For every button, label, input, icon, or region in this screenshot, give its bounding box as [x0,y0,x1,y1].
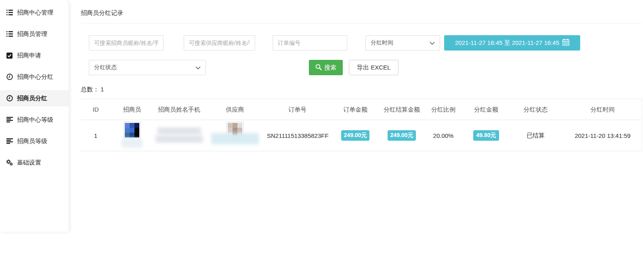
filter-row-1: 分红时间 2021-11-27 16:45 至 2021-11-27 16:45 [81,35,642,51]
cell-merchant-name-phone [153,120,205,151]
cell-time: 2021-11-20 13:41:59 [563,120,642,151]
date-range-button[interactable]: 2021-11-27 16:45 至 2021-11-27 16:45 [444,35,580,51]
filter-row-2: 分红状态 搜索 导出 EXCEL [81,60,642,75]
align-left-icon [6,116,13,123]
col-header-ratio: 分红比例 [422,99,464,120]
col-header-settle-amount: 分红结算金额 [381,99,422,120]
sidebar-item-staff-level[interactable]: 招商员等级 [0,133,69,149]
total-count-value: 1 [101,86,104,93]
time-type-select[interactable]: 分红时间 [365,35,440,51]
gears-icon [6,159,13,166]
sidebar-item-center-level[interactable]: 招商中心等级 [0,112,69,128]
export-excel-button[interactable]: 导出 EXCEL [349,60,399,75]
dividend-table: ID 招商员 招商员姓名手机 供应商 订单号 订单金额 分红结算金额 分红比例 … [81,99,642,151]
cell-status: 已结算 [508,120,563,151]
sidebar: 招商中心管理 招商员管理 招商申请 招商中心分红 招商员分红 招商中心等级 [0,0,69,232]
sidebar-item-label: 招商申请 [17,52,41,59]
sidebar-item-merchant-apply[interactable]: 招商申请 [0,47,69,63]
col-header-supplier: 供应商 [205,99,265,120]
page-title: 招商员分红记录 [81,0,642,23]
col-header-merchant: 招商员 [111,99,153,120]
merchant-search-input[interactable] [89,35,164,51]
sidebar-item-label: 招商员分红 [17,95,47,102]
list-icon [6,9,13,16]
time-type-select-value: 分红时间 [371,39,393,47]
clock-icon [6,74,13,80]
total-count: 总数：1 [81,86,642,93]
sidebar-item-merchant-center-mgmt[interactable]: 招商中心管理 [0,4,69,21]
col-header-status: 分红状态 [508,99,563,120]
merchant-avatar[interactable] [124,122,141,139]
sidebar-item-label: 招商中心管理 [17,9,53,17]
settle-amount-badge: 249.00元 [388,130,416,141]
dividend-status-select[interactable]: 分红状态 [89,60,206,75]
check-square-icon [6,52,13,59]
dividend-amount-badge: 49.80元 [473,130,499,141]
cell-ratio: 20.00% [422,120,464,151]
sidebar-item-basic-settings[interactable]: 基础设置 [0,154,69,171]
list-icon [6,31,13,38]
col-header-merchant-name-phone: 招商员姓名手机 [153,99,205,120]
order-no-input[interactable] [273,35,347,51]
sidebar-item-merchant-staff-mgmt[interactable]: 招商员管理 [0,26,69,42]
sidebar-item-staff-dividend[interactable]: 招商员分红 [0,90,69,106]
col-header-order-no: 订单号 [265,99,329,120]
redacted-merchant-nickname [122,139,143,148]
chevron-down-icon [430,40,435,46]
redacted-supplier-name [211,133,259,144]
total-count-label: 总数： [81,86,99,93]
search-button-label: 搜索 [324,64,336,72]
cell-order-no: SN21111513385823FF [265,120,329,151]
cell-merchant [111,120,153,151]
supplier-search-input[interactable] [184,35,255,51]
clock-icon [6,95,13,102]
cell-dividend-amount: 49.80元 [464,120,508,151]
main-content: 招商员分红记录 分红时间 2021-11-27 16:45 至 2021-11-… [81,0,642,151]
align-left-icon [6,138,13,145]
col-header-time: 分红时间 [563,99,642,120]
sidebar-item-label: 招商员管理 [17,30,47,38]
redacted-name-phone [157,127,201,135]
redacted-name-phone [155,135,203,143]
sidebar-item-label: 基础设置 [17,159,41,167]
col-header-dividend-amount: 分红金额 [464,99,508,120]
cell-supplier [205,120,265,151]
cell-order-amount: 249.00元 [329,120,381,151]
search-icon [315,64,322,72]
order-amount-badge: 249.00元 [341,130,370,141]
date-range-label: 2021-11-27 16:45 至 2021-11-27 16:45 [455,39,559,47]
search-button[interactable]: 搜索 [309,60,343,75]
cell-id: 1 [81,120,111,151]
table-header-row: ID 招商员 招商员姓名手机 供应商 订单号 订单金额 分红结算金额 分红比例 … [81,99,642,120]
sidebar-item-label: 招商员等级 [17,137,47,145]
sidebar-item-label: 招商中心分红 [17,73,53,81]
sidebar-item-label: 招商中心等级 [17,116,53,124]
filter-area: 分红时间 2021-11-27 16:45 至 2021-11-27 16:45… [81,23,642,75]
calendar-icon [562,39,569,47]
dividend-status-select-value: 分红状态 [94,64,117,71]
col-header-order-amount: 订单金额 [329,99,381,120]
cell-settle-amount: 249.00元 [381,120,422,151]
chevron-down-icon [195,64,201,71]
col-header-id: ID [81,99,111,120]
sidebar-item-center-dividend[interactable]: 招商中心分红 [0,69,69,85]
table-row: 1 [81,120,642,151]
